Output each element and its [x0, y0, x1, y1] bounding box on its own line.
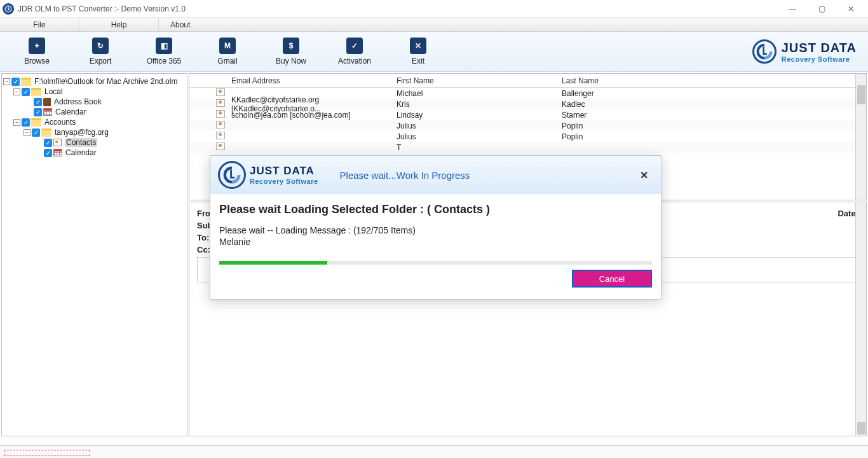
contact-icon — [216, 142, 225, 150]
dialog-brand2: Recovery Software — [250, 177, 318, 185]
cell-firstname: T — [394, 143, 559, 152]
toolbar-browse[interactable]: +Browse — [5, 34, 69, 69]
dialog-close-button[interactable]: ✕ — [635, 167, 653, 184]
calendar-icon — [43, 108, 52, 116]
minimize-button[interactable]: — — [778, 0, 807, 18]
tree-local[interactable]: −✓Local — [3, 87, 186, 97]
app-icon — [3, 3, 14, 15]
contact-icon — [216, 110, 225, 118]
tree-addressbook[interactable]: ✓Address Book — [3, 97, 186, 107]
menu-help[interactable]: Help — [79, 18, 159, 31]
contact-icon — [216, 132, 225, 139]
cell-firstname: Julius — [394, 121, 559, 130]
contact-icon — [216, 88, 225, 96]
dialog-logo-icon — [218, 161, 246, 189]
tree-calendar2[interactable]: ✓Calendar — [3, 148, 186, 158]
cell-firstname: Kris — [394, 100, 559, 109]
status-placeholder — [4, 450, 90, 455]
table-row[interactable]: KKadlec@cityofstarke.org [KKadlec@cityof… — [189, 99, 866, 109]
brand-logo-icon — [752, 39, 776, 64]
cancel-button[interactable]: Cancel — [572, 270, 652, 288]
tree-accounts[interactable]: −✓Accounts — [3, 117, 186, 127]
folder-tree[interactable]: −✓F:\olmfile\Outlook for Mac Archive 2nd… — [1, 73, 187, 436]
folder-icon — [41, 128, 51, 137]
dialog-current-item: Melanie — [219, 237, 652, 247]
title-bar: JDR OLM to PST Converter :- Demo Version… — [0, 0, 868, 18]
brand-line1: JUST DATA — [782, 41, 857, 55]
table-scrollbar[interactable] — [855, 74, 866, 200]
brand-line2: Recovery Software — [782, 55, 857, 63]
activation-icon: ✓ — [346, 38, 363, 54]
exit-icon: ✕ — [410, 38, 426, 54]
toolbar-buynow[interactable]: $Buy Now — [259, 34, 323, 69]
progress-dialog: JUST DATA Recovery Software Please wait.… — [210, 155, 661, 300]
buynow-icon: $ — [283, 38, 299, 54]
cell-firstname: Julius — [394, 132, 559, 141]
col-firstname[interactable]: First Name — [394, 76, 559, 85]
browse-icon: + — [29, 38, 45, 54]
cell-lastname: Poplin — [559, 121, 866, 130]
tree-calendar[interactable]: ✓Calendar — [3, 107, 186, 117]
cell-lastname: Kadlec — [559, 100, 866, 109]
cell-firstname: Michael — [394, 89, 559, 98]
table-row[interactable]: T — [189, 142, 866, 153]
export-icon: ↻ — [92, 38, 109, 54]
table-row[interactable]: JuliusPoplin — [189, 120, 866, 131]
table-row[interactable]: scholn@jea.com [scholn@jea.com]LindsaySt… — [189, 109, 866, 120]
toolbar-office365[interactable]: ◧Office 365 — [132, 34, 196, 69]
cell-firstname: Lindsay — [394, 111, 559, 120]
contact-icon — [216, 121, 225, 128]
toolbar: +Browse ↻Export ◧Office 365 MGmail $Buy … — [0, 32, 868, 72]
dialog-heading: Please wait Loading Selected Folder : ( … — [219, 203, 652, 216]
col-email[interactable]: Email Address — [229, 76, 394, 85]
table-header: Email Address First Name Last Name — [189, 74, 866, 88]
gmail-icon: M — [219, 38, 236, 54]
dialog-title: Please wait...Work In Progress — [340, 170, 470, 181]
calendar-icon — [53, 149, 62, 156]
maximize-button[interactable]: ▢ — [807, 0, 836, 18]
cell-lastname: Starner — [559, 111, 866, 120]
contacts-icon — [53, 139, 62, 146]
toolbar-exit[interactable]: ✕Exit — [386, 34, 450, 69]
close-button[interactable]: ✕ — [836, 0, 865, 18]
cell-lastname: Ballenger — [559, 89, 866, 98]
addressbook-icon — [43, 98, 51, 106]
toolbar-activation[interactable]: ✓Activation — [323, 34, 386, 69]
window-title: JDR OLM to PST Converter :- Demo Version… — [18, 4, 186, 13]
col-lastname[interactable]: Last Name — [559, 76, 866, 85]
folder-icon — [31, 118, 41, 127]
tree-root[interactable]: −✓F:\olmfile\Outlook for Mac Archive 2nd… — [3, 76, 186, 87]
tree-account-email[interactable]: −✓tanyap@fcg.org — [3, 127, 186, 137]
brand-logo-area: JUST DATA Recovery Software — [752, 39, 863, 64]
cell-email: scholn@jea.com [scholn@jea.com] — [229, 111, 394, 120]
msg-scrollbar[interactable] — [855, 202, 866, 436]
tree-contacts[interactable]: ✓Contacts — [3, 137, 186, 148]
menu-bar: File Help About — [0, 18, 868, 32]
dialog-progress-text: Please wait -- Loading Message : (192/70… — [219, 225, 652, 235]
dialog-brand1: JUST DATA — [250, 165, 318, 177]
folder-icon — [21, 78, 31, 86]
menu-about[interactable]: About — [159, 18, 201, 31]
office365-icon: ◧ — [156, 38, 172, 54]
table-row[interactable]: JuliusPoplin — [189, 131, 866, 142]
toolbar-gmail[interactable]: MGmail — [196, 34, 259, 69]
status-bar — [0, 445, 868, 458]
menu-file[interactable]: File — [0, 18, 79, 31]
cell-lastname: Poplin — [559, 132, 866, 141]
contact-icon — [216, 99, 225, 107]
folder-icon — [31, 88, 41, 96]
progress-bar — [219, 261, 652, 265]
toolbar-export[interactable]: ↻Export — [69, 34, 132, 69]
